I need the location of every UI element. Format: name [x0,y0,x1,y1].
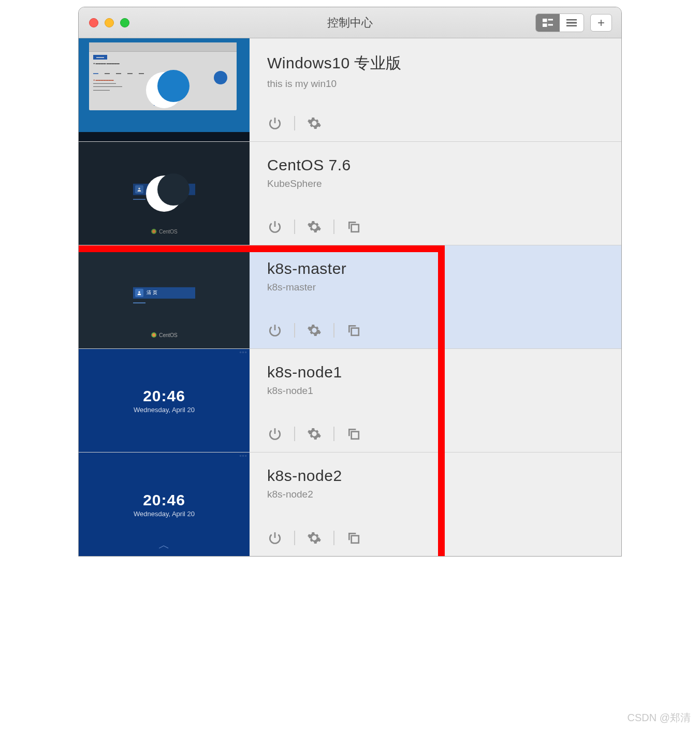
vm-row-centos76[interactable]: ▬▬▬▬ CentOS CentOS 7.6 KubeSphere [79,142,621,245]
suspended-overlay [79,38,250,141]
power-button[interactable] [267,115,283,131]
vm-thumbnail: ▫ ▫ ▫ 清 页 ▬▬▬▬ CentOS [79,245,250,348]
svg-rect-3 [548,24,553,25]
power-button[interactable] [267,530,283,546]
power-icon [268,427,282,441]
traffic-lights [79,18,129,27]
separator [294,116,295,130]
separator [333,220,334,234]
settings-button[interactable] [307,115,322,131]
svg-rect-17 [352,328,359,335]
vm-subtitle: k8s-node1 [267,385,604,397]
maximize-button[interactable] [120,18,129,27]
separator [294,220,295,234]
svg-rect-19 [352,432,359,439]
power-icon [268,220,282,233]
list-view-icon [566,19,577,26]
separator [333,427,334,441]
settings-button[interactable] [307,323,322,338]
vm-thumbnail: ▫ ▫ ▫ 20:46 Wednesday, April 20 [79,349,250,452]
settings-button[interactable] [307,426,322,442]
vm-title: k8s-node1 [267,363,604,381]
clone-icon [347,220,360,233]
vm-title: k8s-master [267,260,604,278]
vm-row-windows10[interactable]: ▬▬▬ ● ▬▬▬▬ ▬▬▬▬▬ ▬▬▬▬▬▬▬▬▬▬ ● ▬▬▬▬▬▬▬ ▬▬… [79,38,621,142]
clone-button[interactable] [346,219,361,235]
view-card-button[interactable] [536,14,560,32]
centos-logo: CentOS [151,332,178,338]
power-icon [268,531,282,545]
vm-actions [267,219,604,235]
svg-rect-0 [543,19,547,22]
svg-rect-4 [566,19,577,20]
vm-actions [267,323,604,338]
lockscreen-time: 20:46 [143,387,185,405]
separator [333,531,334,545]
vm-row-k8s-master[interactable]: ▫ ▫ ▫ 清 页 ▬▬▬▬ CentOS k8s-master k8s-mas… [79,245,621,349]
clone-button[interactable] [346,530,361,546]
svg-rect-21 [352,536,359,543]
clone-button[interactable] [346,323,361,338]
plus-icon: + [597,16,605,30]
vm-actions [267,426,604,442]
centos-label: CentOS [159,332,178,338]
vm-actions [267,530,604,546]
clone-button[interactable] [346,426,361,442]
vm-info: Windows10 专业版 this is my win10 [250,38,621,141]
vm-thumbnail: ▬▬▬▬ CentOS [79,142,250,245]
svg-point-15 [152,333,155,337]
separator [294,531,295,545]
gear-icon [307,427,322,441]
gear-icon [307,531,322,545]
vm-info: k8s-master k8s-master [250,245,621,348]
settings-button[interactable] [307,219,322,235]
vm-thumbnail: ▬▬▬ ● ▬▬▬▬ ▬▬▬▬▬ ▬▬▬▬▬▬▬▬▬▬ ● ▬▬▬▬▬▬▬ ▬▬… [79,38,250,141]
minimize-button[interactable] [105,18,114,27]
settings-button[interactable] [307,530,322,546]
chevron-up-icon: ︿ [158,537,170,553]
svg-rect-12 [352,225,359,232]
close-button[interactable] [89,18,98,27]
lockscreen-date: Wednesday, April 20 [134,510,195,518]
vm-actions [267,115,604,131]
moon-icon [146,176,182,212]
vm-row-k8s-node2[interactable]: ▫ ▫ ▫ 20:46 Wednesday, April 20 ︿ k8s-no… [79,452,621,556]
moon-icon [146,72,182,108]
power-button[interactable] [267,219,283,235]
suspended-overlay [79,142,250,245]
power-icon [268,116,282,130]
clone-icon [347,324,360,337]
svg-point-13 [138,291,140,293]
vm-info: k8s-node1 k8s-node1 [250,349,621,452]
vm-title: CentOS 7.6 [267,156,604,174]
vm-title: Windows10 专业版 [267,53,604,74]
login-username: 清 页 [147,289,157,296]
power-button[interactable] [267,323,283,338]
vm-control-window: 控制中心 [78,7,622,557]
vm-subtitle: k8s-node2 [267,489,604,500]
gear-icon [307,323,322,338]
svg-rect-6 [566,25,577,26]
gear-icon [307,220,322,234]
vm-row-k8s-node1[interactable]: ▫ ▫ ▫ 20:46 Wednesday, April 20 k8s-node… [79,349,621,452]
vm-subtitle: this is my win10 [267,78,604,90]
svg-rect-1 [548,19,553,20]
power-button[interactable] [267,426,283,442]
separator [294,427,295,441]
separator [333,323,334,338]
power-icon [268,324,282,337]
view-list-button[interactable] [560,14,584,32]
gear-icon [307,116,322,130]
clone-icon [347,427,360,441]
vm-list: ▬▬▬ ● ▬▬▬▬ ▬▬▬▬▬ ▬▬▬▬▬▬▬▬▬▬ ● ▬▬▬▬▬▬▬ ▬▬… [79,38,621,556]
vm-thumbnail: ▫ ▫ ▫ 20:46 Wednesday, April 20 ︿ [79,452,250,556]
vm-info: CentOS 7.6 KubeSphere [250,142,621,245]
separator [294,323,295,338]
lockscreen-date: Wednesday, April 20 [134,406,195,414]
toolbar-right: + [535,13,612,32]
vm-info: k8s-node2 k8s-node2 [250,452,621,556]
vm-subtitle: KubeSphere [267,178,604,189]
add-vm-button[interactable]: + [590,14,612,32]
view-segmented-control [535,13,584,32]
card-view-icon [543,19,553,27]
